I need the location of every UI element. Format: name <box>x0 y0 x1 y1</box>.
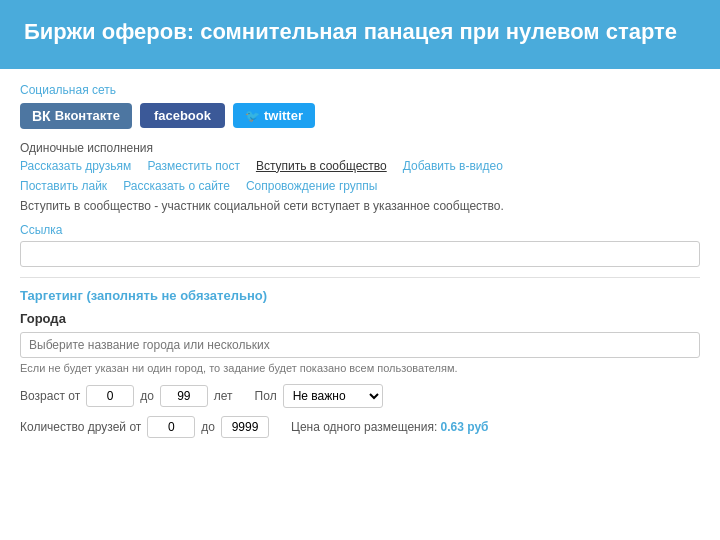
tab-post[interactable]: Разместить пост <box>147 159 240 173</box>
age-row: Возраст от до лет Пол Не важно Мужской Ж… <box>20 384 700 408</box>
friends-from-label: Количество друзей от <box>20 420 141 434</box>
divider-1 <box>20 277 700 278</box>
vk-button[interactable]: ВК Вконтакте <box>20 103 132 129</box>
age-to-input[interactable] <box>160 385 208 407</box>
single-actions-label: Одиночные исполнения <box>20 141 700 155</box>
tab-join-community[interactable]: Вступить в сообщество <box>256 159 387 173</box>
facebook-label: facebook <box>154 108 211 123</box>
tab-like[interactable]: Поставить лайк <box>20 179 107 193</box>
twitter-label: twitter <box>264 108 303 123</box>
friends-to-input[interactable] <box>221 416 269 438</box>
vk-label: Вконтакте <box>55 108 120 123</box>
tab-tell-friends[interactable]: Рассказать друзьям <box>20 159 131 173</box>
cities-hint: Если не будет указан ни один город, то з… <box>20 362 700 374</box>
age-from-input[interactable] <box>86 385 134 407</box>
social-section: Социальная сеть ВК Вконтакте facebook 🐦 … <box>20 83 700 129</box>
friends-from-input[interactable] <box>147 416 195 438</box>
price-value: 0.63 руб <box>441 420 489 434</box>
vk-icon: ВК <box>32 108 51 124</box>
gender-select[interactable]: Не важно Мужской Женский <box>283 384 383 408</box>
single-actions-section: Одиночные исполнения Рассказать друзьям … <box>20 141 700 193</box>
link-section: Ссылка <box>20 223 700 267</box>
link-input[interactable] <box>20 241 700 267</box>
age-from-label: Возраст от <box>20 389 80 403</box>
gender-label: Пол <box>255 389 277 403</box>
tab-accompany-group[interactable]: Сопровождение группы <box>246 179 378 193</box>
friends-row: Количество друзей от до Цена одного разм… <box>20 416 700 438</box>
friends-to-label: до <box>201 420 215 434</box>
age-to-label: до <box>140 389 154 403</box>
action-tabs-2: Поставить лайк Рассказать о сайте Сопров… <box>20 179 700 193</box>
twitter-button[interactable]: 🐦 twitter <box>233 103 315 128</box>
header: Биржи оферов: сомнительная панацея при н… <box>0 0 720 69</box>
cities-input[interactable] <box>29 338 691 352</box>
age-years-label: лет <box>214 389 233 403</box>
targeting-label: Таргетинг (заполнять не обязательно) <box>20 288 700 303</box>
tab-add-video[interactable]: Добавить в-видео <box>403 159 503 173</box>
page-title: Биржи оферов: сомнительная панацея при н… <box>24 18 696 47</box>
tab-about-site[interactable]: Рассказать о сайте <box>123 179 230 193</box>
action-description: Вступить в сообщество - участник социаль… <box>20 199 700 213</box>
link-label: Ссылка <box>20 223 700 237</box>
cities-label: Города <box>20 311 700 326</box>
cities-section: Города Если не будет указан ни один горо… <box>20 311 700 374</box>
targeting-section: Таргетинг (заполнять не обязательно) Гор… <box>20 288 700 438</box>
action-tabs: Рассказать друзьям Разместить пост Вступ… <box>20 159 700 173</box>
facebook-button[interactable]: facebook <box>140 103 225 128</box>
cities-input-wrap <box>20 332 700 358</box>
twitter-icon: 🐦 <box>245 109 260 123</box>
price-label: Цена одного размещения: 0.63 руб <box>291 420 489 434</box>
social-label: Социальная сеть <box>20 83 700 97</box>
